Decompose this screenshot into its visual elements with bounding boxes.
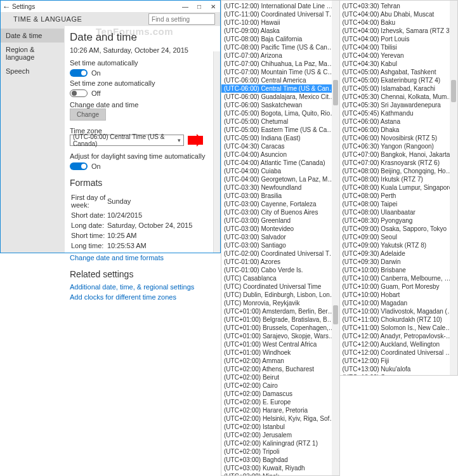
timezone-option[interactable]: (UTC+10:00) Canberra, Melbourne, Sydney xyxy=(340,274,457,282)
timezone-option[interactable]: (UTC-04:30) Caracas xyxy=(221,142,339,150)
timezone-dropdown[interactable]: (UTC-06:00) Central Time (US & Canada) ▾ xyxy=(70,135,184,146)
timezone-option[interactable]: (UTC+10:00) Brisbane xyxy=(340,266,457,274)
timezone-option[interactable]: (UTC-03:00) Salvador xyxy=(221,233,339,241)
timezone-option[interactable]: (UTC+02:00) Tripoli xyxy=(221,447,339,456)
content-scrollbar[interactable] xyxy=(213,51,220,253)
timezone-option[interactable]: (UTC+08:00) Irkutsk (RTZ 7) xyxy=(340,175,457,183)
timezone-option[interactable]: (UTC-03:00) Brasilia xyxy=(221,192,339,200)
timezone-option[interactable]: (UTC+09:30) Darwin xyxy=(340,258,457,266)
timezone-option[interactable]: (UTC+04:00) Port Louis xyxy=(340,35,457,43)
timezone-option[interactable]: (UTC-01:00) Cabo Verde Is. xyxy=(221,266,339,274)
timezone-option[interactable]: (UTC+12:00) Fiji xyxy=(340,357,457,365)
timezone-option[interactable]: (UTC-04:00) Atlantic Time (Canada) xyxy=(221,159,339,167)
timezone-option[interactable]: (UTC+02:00) Istanbul xyxy=(221,423,339,431)
timezone-option[interactable]: (UTC+03:30) Tehran xyxy=(340,2,457,10)
scrollbar[interactable] xyxy=(450,1,457,375)
timezone-option[interactable]: (UTC+02:00) Jerusalem xyxy=(221,431,339,439)
timezone-option[interactable]: (UTC+10:00) Magadan xyxy=(340,299,457,307)
timezone-option[interactable]: (UTC-06:00) Central America xyxy=(221,76,339,84)
timezone-option[interactable]: (UTC+08:30) Pyongyang xyxy=(340,216,457,225)
timezone-option[interactable]: (UTC+09:00) Seoul xyxy=(340,233,457,241)
timezone-option[interactable]: (UTC+08:00) Taipei xyxy=(340,200,457,208)
timezone-option[interactable]: (UTC-04:00) Georgetown, La Paz, Manaus, … xyxy=(221,175,339,183)
timezone-option[interactable]: (UTC+12:00) Coordinated Universal Time+1… xyxy=(340,348,457,357)
timezone-option[interactable]: (UTC+03:00) Baghdad xyxy=(221,456,339,464)
timezone-option[interactable]: (UTC+02:00) Beirut xyxy=(221,373,339,381)
timezone-option[interactable]: (UTC+02:00) Kaliningrad (RTZ 1) xyxy=(221,439,339,447)
timezone-option[interactable]: (UTC+04:00) Yerevan xyxy=(340,51,457,60)
timezone-option[interactable]: (UTC+08:00) Kuala Lumpur, Singapore xyxy=(340,183,457,192)
timezone-option[interactable]: (UTC+04:00) Izhevsk, Samara (RTZ 3) xyxy=(340,27,457,35)
timezone-option[interactable]: (UTC+05:00) Islamabad, Karachi xyxy=(340,84,457,93)
timezone-option[interactable]: (UTC+04:00) Tbilisi xyxy=(340,43,457,51)
timezone-option[interactable]: (UTC+06:00) Dhaka xyxy=(340,126,457,134)
timezone-option[interactable]: (UTC) Dublin, Edinburgh, Lisbon, London xyxy=(221,291,339,299)
timezone-option[interactable]: (UTC+12:00) Auckland, Wellington xyxy=(340,340,457,348)
timezone-option[interactable]: (UTC+02:00) Helsinki, Kyiv, Riga, Sofia,… xyxy=(221,414,339,423)
timezone-option[interactable]: (UTC) Monrovia, Reykjavik xyxy=(221,299,339,307)
timezone-option[interactable]: (UTC+13:00) Samoa xyxy=(340,373,457,376)
timezone-option[interactable]: (UTC-03:00) Cayenne, Fortaleza xyxy=(221,200,339,208)
timezone-option[interactable]: (UTC-05:00) Bogota, Lima, Quito, Rio Bra… xyxy=(221,109,339,117)
timezone-option[interactable]: (UTC-03:30) Newfoundland xyxy=(221,183,339,192)
timezone-option[interactable]: (UTC-06:00) Central Time (US & Canada) xyxy=(221,84,339,93)
timezone-option[interactable]: (UTC+02:00) Harare, Pretoria xyxy=(221,406,339,414)
timezone-option[interactable]: (UTC-09:00) Alaska xyxy=(221,27,339,35)
timezone-option[interactable]: (UTC+09:00) Yakutsk (RTZ 8) xyxy=(340,241,457,249)
timezone-option[interactable]: (UTC-11:00) Coordinated Universal Time-1… xyxy=(221,10,339,18)
timezone-option[interactable]: (UTC+10:00) Guam, Port Moresby xyxy=(340,282,457,291)
dst-toggle[interactable] xyxy=(70,162,88,170)
timezone-option[interactable]: (UTC+10:00) Hobart xyxy=(340,291,457,299)
scroll-thumb[interactable] xyxy=(333,80,338,105)
timezone-option[interactable]: (UTC+02:00) E. Europe xyxy=(221,398,339,406)
search-input[interactable] xyxy=(148,13,215,25)
timezone-option[interactable]: (UTC-06:00) Saskatchewan xyxy=(221,101,339,109)
timezone-option[interactable]: (UTC-12:00) International Date Line West xyxy=(221,2,339,10)
timezone-option[interactable]: (UTC) Coordinated Universal Time xyxy=(221,282,339,291)
timezone-option[interactable]: (UTC-10:00) Hawaii xyxy=(221,18,339,27)
timezone-option[interactable]: (UTC+06:00) Astana xyxy=(340,117,457,126)
timezone-option[interactable]: (UTC+01:00) Sarajevo, Skopje, Warsaw, Za… xyxy=(221,332,339,340)
timezone-option[interactable]: (UTC-08:00) Baja California xyxy=(221,35,339,43)
timezone-option[interactable]: (UTC+06:00) Novosibirsk (RTZ 5) xyxy=(340,134,457,142)
change-button[interactable]: Change xyxy=(70,109,106,121)
scroll-thumb[interactable] xyxy=(333,305,338,324)
timezone-option[interactable]: (UTC+05:30) Sri Jayawardenepura xyxy=(340,101,457,109)
timezone-option[interactable]: (UTC+13:00) Nuku'alofa xyxy=(340,365,457,373)
timezone-option[interactable]: (UTC+08:00) Ulaanbaatar xyxy=(340,208,457,216)
timezone-option[interactable]: (UTC+02:00) Cairo xyxy=(221,381,339,390)
timezone-option[interactable]: (UTC+06:30) Yangon (Rangoon) xyxy=(340,142,457,150)
timezone-option[interactable]: (UTC+04:30) Kabul xyxy=(340,60,457,68)
timezone-option[interactable]: (UTC+09:30) Adelaide xyxy=(340,249,457,258)
set-time-auto-toggle[interactable] xyxy=(70,69,88,77)
related-link-2[interactable]: Add clocks for different time zones xyxy=(70,293,214,301)
timezone-option[interactable]: (UTC+01:00) Windhoek xyxy=(221,348,339,357)
timezone-option[interactable]: (UTC-06:00) Guadalajara, Mexico City, Mo… xyxy=(221,93,339,101)
timezone-option[interactable]: (UTC-07:00) Arizona xyxy=(221,51,339,60)
timezone-option[interactable]: (UTC) Casablanca xyxy=(221,274,339,282)
change-formats-link[interactable]: Change date and time formats xyxy=(70,254,214,261)
timezone-option[interactable]: (UTC-08:00) Pacific Time (US & Canada) xyxy=(221,43,339,51)
timezone-option[interactable]: (UTC+08:00) Perth xyxy=(340,192,457,200)
timezone-option[interactable]: (UTC-07:00) Mountain Time (US & Canada) xyxy=(221,68,339,76)
timezone-option[interactable]: (UTC+02:00) Damascus xyxy=(221,390,339,398)
timezone-option[interactable]: (UTC+02:00) Amman xyxy=(221,357,339,365)
set-tz-auto-toggle[interactable] xyxy=(70,89,88,97)
timezone-option[interactable]: (UTC+05:00) Ashgabat, Tashkent xyxy=(340,68,457,76)
timezone-option[interactable]: (UTC+03:00) Minsk xyxy=(221,472,339,476)
timezone-option[interactable]: (UTC+11:00) Solomon Is., New Caledonia xyxy=(340,324,457,332)
timezone-option[interactable]: (UTC-07:00) Chihuahua, La Paz, Mazatlan xyxy=(221,60,339,68)
sidebar-item-region[interactable]: Region & language xyxy=(1,43,64,64)
timezone-option[interactable]: (UTC-01:00) Azores xyxy=(221,258,339,266)
timezone-option[interactable]: (UTC-03:00) Santiago xyxy=(221,241,339,249)
sidebar-item-speech[interactable]: Speech xyxy=(1,64,64,78)
timezone-option[interactable]: (UTC+11:00) Chokurdakh (RTZ 10) xyxy=(340,315,457,324)
timezone-option[interactable]: (UTC+07:00) Bangkok, Hanoi, Jakarta xyxy=(340,150,457,159)
timezone-option[interactable]: (UTC+03:00) Kuwait, Riyadh xyxy=(221,464,339,472)
timezone-option[interactable]: (UTC-05:00) Indiana (East) xyxy=(221,134,339,142)
timezone-option[interactable]: (UTC+05:00) Ekaterinburg (RTZ 4) xyxy=(340,76,457,84)
timezone-option[interactable]: (UTC+05:45) Kathmandu xyxy=(340,109,457,117)
timezone-option[interactable]: (UTC-03:00) City of Buenos Aires xyxy=(221,208,339,216)
timezone-option[interactable]: (UTC+02:00) Athens, Bucharest xyxy=(221,365,339,373)
maximize-button[interactable]: □ xyxy=(192,1,206,12)
